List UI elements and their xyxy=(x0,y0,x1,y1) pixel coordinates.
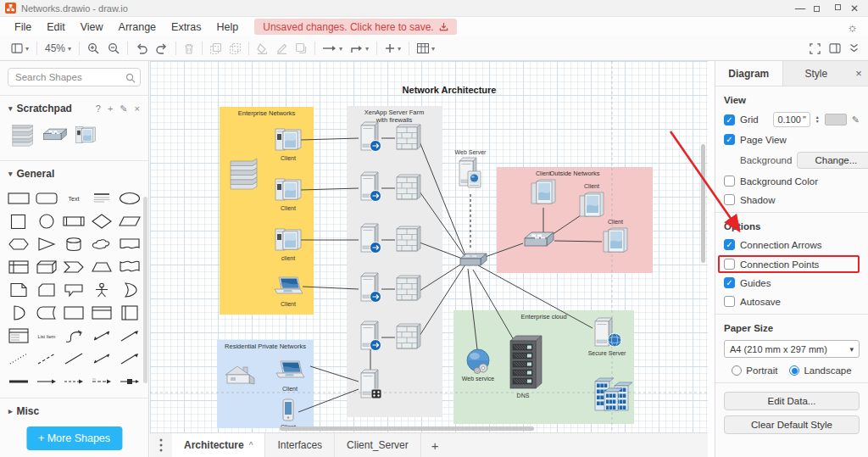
grid-checkbox[interactable]: ✓ xyxy=(724,114,735,125)
shape-line[interactable] xyxy=(60,347,88,370)
menu-arrange[interactable]: Arrange xyxy=(111,20,164,35)
fullscreen-icon[interactable] xyxy=(805,41,825,57)
scratchpad-shape-switch[interactable] xyxy=(42,127,68,148)
shape-document[interactable] xyxy=(115,232,143,255)
shape-dashed-arrow[interactable] xyxy=(60,370,88,393)
zoom-out-icon[interactable] xyxy=(103,40,124,57)
canvas-vertical-scrollbar[interactable] xyxy=(701,144,705,263)
shape-process[interactable] xyxy=(60,209,88,232)
node-web-server[interactable]: Web Server xyxy=(455,149,487,187)
group-residential-networks[interactable]: Residential Private Networks xyxy=(217,340,314,428)
background-color-checkbox[interactable] xyxy=(724,176,735,187)
page-tab-architecture[interactable]: Architecture^ xyxy=(172,433,265,457)
shape-dotted-line[interactable] xyxy=(5,347,33,370)
connection-arrows-checkbox[interactable]: ✓ xyxy=(724,239,735,250)
canvas-horizontal-scrollbar[interactable] xyxy=(280,426,534,431)
shape-note[interactable] xyxy=(5,278,33,301)
shape-tape[interactable] xyxy=(115,255,143,278)
shape-card[interactable] xyxy=(33,278,61,301)
theme-toggle-icon[interactable]: ☼ xyxy=(847,20,858,34)
undo-icon[interactable] xyxy=(131,41,152,57)
node-firewall[interactable] xyxy=(397,175,420,199)
shape-vertical-container[interactable] xyxy=(115,301,143,324)
node-server-stack[interactable] xyxy=(231,159,257,189)
shape-actor[interactable] xyxy=(88,278,116,301)
pages-menu-icon[interactable] xyxy=(150,433,172,457)
change-background-button[interactable]: Change... xyxy=(797,152,868,169)
panel-close-icon[interactable]: × xyxy=(849,61,868,86)
shape-internal-storage[interactable] xyxy=(5,255,33,278)
edit-data-button[interactable]: Edit Data... xyxy=(724,392,860,410)
page-view-checkbox[interactable]: ✓ xyxy=(724,134,735,145)
zoom-level-dropdown[interactable]: 45%▾ xyxy=(41,40,75,57)
shape-heading[interactable] xyxy=(88,187,116,209)
group-xenapp-farm[interactable]: XenApp Server Farmwith firewalls xyxy=(347,106,442,417)
waypoint-icon[interactable]: ▾ xyxy=(347,42,373,56)
shape-cloud[interactable] xyxy=(88,232,116,255)
shape-step[interactable] xyxy=(60,255,88,278)
page-tab-interfaces[interactable]: Interfaces xyxy=(265,433,335,457)
shape-container[interactable] xyxy=(60,301,88,324)
format-panel-toggle-icon[interactable] xyxy=(825,41,845,56)
shape-cylinder[interactable] xyxy=(60,232,88,255)
node-server-badge[interactable] xyxy=(361,224,381,254)
node-firewall[interactable] xyxy=(397,276,420,300)
shape-boxed-connector[interactable] xyxy=(115,370,143,393)
shape-list[interactable] xyxy=(5,324,33,347)
scratchpad-shape-server-stack[interactable] xyxy=(10,125,36,150)
shape-data-storage[interactable] xyxy=(33,301,61,324)
search-shapes-input[interactable] xyxy=(8,68,141,86)
add-page-button[interactable]: + xyxy=(421,433,449,457)
collapse-toolbar-icon[interactable] xyxy=(845,41,863,56)
shape-ellipse[interactable] xyxy=(115,187,143,209)
shape-arrow[interactable] xyxy=(115,324,143,347)
group-outside-networks[interactable]: Outside Networks xyxy=(497,167,653,273)
shape-directional-connector[interactable] xyxy=(115,347,143,370)
shape-bidirectional-connector[interactable] xyxy=(88,347,116,370)
close-button[interactable]: ✕ xyxy=(841,0,868,16)
node-phone[interactable]: Client xyxy=(281,399,296,430)
scratchpad-help-icon[interactable]: ? xyxy=(96,103,101,114)
scratchpad-edit-icon[interactable]: ✎ xyxy=(120,103,127,114)
connection-points-checkbox[interactable] xyxy=(724,259,735,270)
shape-link[interactable] xyxy=(5,370,33,393)
node-hub[interactable] xyxy=(460,254,487,265)
landscape-radio[interactable]: Landscape xyxy=(789,365,851,376)
scratchpad-add-icon[interactable]: + xyxy=(108,103,113,114)
more-shapes-button[interactable]: + More Shapes xyxy=(26,426,122,450)
node-firewall[interactable] xyxy=(397,125,420,149)
shape-cube[interactable] xyxy=(33,255,61,278)
shape-square[interactable] xyxy=(5,209,33,232)
sidebar-scrollbar[interactable] xyxy=(143,197,147,383)
menu-view[interactable]: View xyxy=(73,20,111,35)
shape-triangle[interactable] xyxy=(33,232,61,255)
minimize-button[interactable]: — xyxy=(787,0,814,16)
node-switch[interactable] xyxy=(525,232,554,246)
portrait-radio[interactable]: Portrait xyxy=(732,365,777,376)
clear-default-style-button[interactable]: Clear Default Style xyxy=(724,415,860,434)
scratchpad-section-header[interactable]: ▾ Scratchpad ? + ✎ × xyxy=(0,96,148,120)
connection-arrow-icon[interactable]: ▾ xyxy=(319,42,347,55)
grid-color-edit-icon[interactable]: ✎ xyxy=(852,114,860,125)
menu-file[interactable]: File xyxy=(7,20,39,35)
node-firewall[interactable] xyxy=(397,324,420,348)
shape-or[interactable] xyxy=(115,278,143,301)
shape-hexagon[interactable] xyxy=(5,232,33,255)
node-server-badge[interactable] xyxy=(361,122,381,152)
menu-help[interactable]: Help xyxy=(209,20,247,35)
shape-list-item[interactable]: List Item xyxy=(33,324,61,347)
shape-rounded-rectangle[interactable] xyxy=(33,187,61,209)
grid-size-input[interactable]: 0.100" xyxy=(773,112,810,127)
grid-size-stepper[interactable]: ▲▼ xyxy=(815,115,820,124)
node-server-badge[interactable] xyxy=(361,172,381,202)
redo-icon[interactable] xyxy=(152,41,172,57)
general-section-header[interactable]: ▾ General xyxy=(0,161,148,185)
grid-color-swatch[interactable] xyxy=(825,114,847,125)
diagram-canvas[interactable]: Enterprise NetworksXenApp Server Farmwit… xyxy=(150,61,708,432)
menu-extras[interactable]: Extras xyxy=(164,20,209,35)
autosave-checkbox[interactable] xyxy=(724,296,735,307)
shape-and[interactable] xyxy=(5,301,33,324)
shape-circle[interactable] xyxy=(33,209,61,232)
shape-callout[interactable] xyxy=(60,278,88,301)
menu-edit[interactable]: Edit xyxy=(39,20,73,35)
